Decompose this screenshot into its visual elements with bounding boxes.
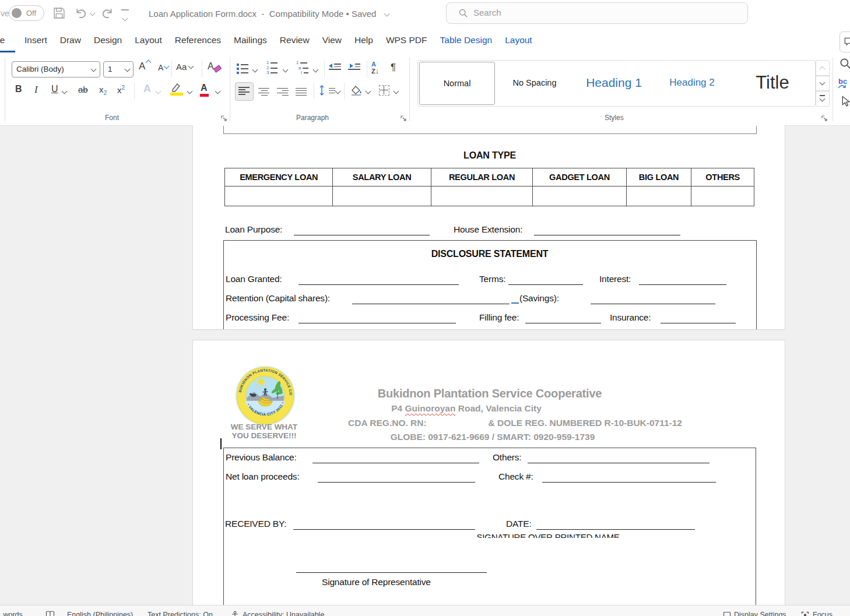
- align-left-button[interactable]: [235, 82, 254, 101]
- title-dropdown-icon[interactable]: [384, 11, 390, 17]
- language-status[interactable]: English (Philippines): [67, 611, 133, 616]
- loan-cell-empty[interactable]: [627, 186, 692, 206]
- loan-cell-empty[interactable]: [333, 186, 431, 206]
- qat-customize-icon[interactable]: [121, 9, 129, 23]
- text-effects-dropdown-icon[interactable]: [156, 89, 161, 94]
- style-heading2[interactable]: Heading 2: [655, 62, 729, 104]
- tab-wps-pdf[interactable]: WPS PDF: [386, 35, 427, 45]
- font-color-dropdown-icon[interactable]: [215, 89, 221, 94]
- shrink-font-button[interactable]: A: [158, 62, 168, 73]
- styles-scroll-up[interactable]: [816, 60, 830, 76]
- loan-cell-empty[interactable]: [431, 186, 533, 206]
- comments-button[interactable]: [840, 31, 850, 52]
- font-name-combobox[interactable]: Calibri (Body): [12, 61, 100, 78]
- tab-mailings[interactable]: Mailings: [234, 35, 267, 45]
- grow-font-button[interactable]: A: [139, 61, 150, 72]
- font-size-value: 1: [108, 65, 113, 73]
- tab-help[interactable]: Help: [354, 35, 373, 45]
- tab-layout[interactable]: Layout: [135, 35, 162, 45]
- multilevel-dropdown-icon[interactable]: [313, 67, 319, 73]
- save-icon[interactable]: [52, 6, 66, 22]
- loan-cell-empty[interactable]: [691, 186, 754, 206]
- loan-cell-empty[interactable]: [533, 186, 626, 206]
- tab-insert[interactable]: Insert: [24, 35, 47, 45]
- styles-more-button[interactable]: [816, 90, 830, 107]
- undo-dropdown-icon[interactable]: [90, 10, 96, 16]
- tab-review[interactable]: Review: [280, 35, 310, 45]
- styles-dialog-launcher[interactable]: [821, 114, 828, 124]
- style-title[interactable]: Title: [732, 62, 813, 104]
- replace-icon[interactable]: bc: [838, 77, 847, 86]
- tab-home[interactable]: Home: [0, 35, 15, 49]
- proofing-icon[interactable]: [45, 611, 55, 616]
- numbering-dropdown-icon[interactable]: [283, 67, 289, 73]
- tab-draw[interactable]: Draw: [60, 35, 81, 45]
- shading-button[interactable]: [349, 84, 363, 99]
- tab-references[interactable]: References: [175, 35, 221, 45]
- borders-button[interactable]: [379, 85, 389, 96]
- bold-button[interactable]: B: [15, 84, 22, 94]
- italic-button[interactable]: I: [34, 84, 38, 96]
- autosave-toggle[interactable]: Off: [9, 5, 44, 21]
- tab-view[interactable]: View: [322, 35, 342, 45]
- superscript-button[interactable]: x2: [117, 85, 125, 95]
- borders-dropdown-icon[interactable]: [394, 89, 399, 94]
- pilcrow-button[interactable]: ¶: [391, 62, 396, 73]
- cda-reg: CDA REG.NO. RN:: [348, 418, 427, 428]
- redo-icon[interactable]: [100, 6, 114, 23]
- style-heading1[interactable]: Heading 1: [575, 62, 652, 104]
- bullets-dropdown-icon[interactable]: [252, 67, 258, 73]
- line-spacing-dropdown-icon[interactable]: [335, 89, 341, 94]
- justify-button[interactable]: [296, 86, 307, 97]
- loan-type-table[interactable]: EMERGENCY LOAN SALARY LOAN REGULAR LOAN …: [224, 168, 754, 206]
- word-count[interactable]: 1 words: [0, 611, 23, 616]
- increase-indent-button[interactable]: [348, 62, 361, 72]
- tab-table-design[interactable]: Table Design: [440, 35, 493, 45]
- align-center-button[interactable]: [258, 86, 270, 97]
- clear-formatting-button[interactable]: A: [208, 61, 214, 72]
- font-color-button[interactable]: A: [201, 83, 208, 93]
- text-predictions-status[interactable]: Text Predictions: On: [147, 611, 213, 616]
- sort-button[interactable]: A Z↓: [371, 61, 379, 75]
- filling-fee-line: [525, 323, 601, 323]
- underline-button[interactable]: U: [51, 84, 58, 94]
- multilevel-list-button[interactable]: 1 a i: [296, 61, 310, 76]
- org-name: Bukidnon Plantation Service Cooperative: [326, 387, 653, 400]
- style-normal[interactable]: Normal: [419, 62, 495, 105]
- tab-table-layout[interactable]: Layout: [505, 35, 532, 45]
- interest-line: [639, 284, 726, 285]
- highlight-dropdown-icon[interactable]: [187, 89, 193, 94]
- numbering-button[interactable]: 1 2 3: [266, 61, 279, 76]
- font-dialog-launcher[interactable]: [220, 114, 227, 124]
- strikethrough-button[interactable]: ab: [78, 85, 88, 94]
- highlight-button[interactable]: [170, 82, 184, 94]
- ribbon-tabs: Home Insert Draw Design Layout Reference…: [0, 29, 850, 54]
- bullets-button[interactable]: [237, 62, 248, 76]
- focus-button[interactable]: Focus: [813, 611, 833, 616]
- line-spacing-button[interactable]: [318, 85, 335, 98]
- change-case-button[interactable]: Aa: [176, 62, 193, 72]
- loan-cell-empty[interactable]: [225, 186, 333, 206]
- underline-dropdown-icon[interactable]: [62, 89, 68, 94]
- accessibility-status[interactable]: Accessibility: Unavailable: [243, 611, 324, 616]
- font-group-label: Font: [105, 114, 119, 122]
- search-box[interactable]: Search: [446, 2, 748, 24]
- decrease-indent-button[interactable]: [329, 62, 342, 72]
- style-no-spacing[interactable]: No Spacing: [496, 62, 573, 104]
- font-size-combobox[interactable]: 1: [103, 61, 134, 78]
- align-right-button[interactable]: [277, 86, 289, 97]
- motto-line-1: WE SERVE WHAT: [223, 423, 305, 431]
- display-settings-button[interactable]: Display Settings: [734, 611, 786, 616]
- loan-purpose-line: [294, 235, 430, 235]
- date-label: DATE:: [506, 519, 532, 529]
- shading-dropdown-icon[interactable]: [366, 89, 371, 94]
- tab-design[interactable]: Design: [94, 35, 122, 45]
- text-effects-button[interactable]: A: [143, 83, 151, 95]
- subscript-button[interactable]: x2: [99, 85, 107, 96]
- styles-scroll-down[interactable]: [816, 75, 830, 91]
- select-icon[interactable]: [840, 96, 850, 110]
- tab-home-selected-underline: [0, 51, 15, 52]
- paragraph-dialog-launcher[interactable]: [400, 114, 407, 124]
- find-icon[interactable]: [839, 57, 850, 72]
- undo-icon[interactable]: [74, 6, 88, 23]
